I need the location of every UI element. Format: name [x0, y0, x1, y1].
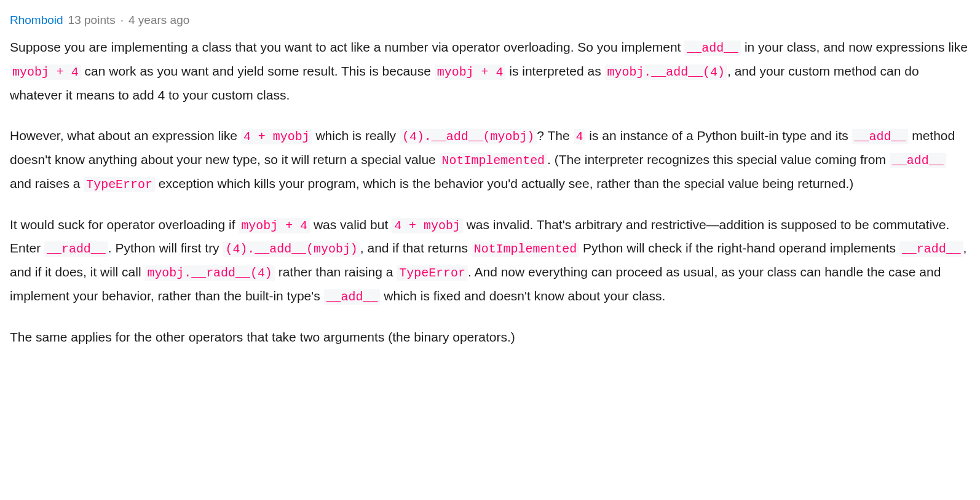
inline-code: __add__: [324, 289, 381, 305]
timestamp-label: 4 years ago: [128, 10, 189, 31]
paragraph-4: The same applies for the other operators…: [10, 326, 970, 349]
text: . (The interpreter recognizes this speci…: [547, 152, 890, 166]
text: is an instance of a Python built-in type…: [585, 128, 852, 143]
inline-code: TypeError: [397, 265, 468, 281]
text: and raises a: [10, 176, 84, 190]
paragraph-1: Suppose you are implementing a class tha…: [10, 36, 970, 107]
inline-code: myobj.__radd__(4): [144, 265, 274, 281]
paragraph-2: However, what about an expression like 4…: [10, 124, 970, 196]
inline-code: myobj + 4: [435, 64, 506, 80]
inline-code: 4: [574, 129, 586, 144]
inline-code: (4).__add__(myobj): [223, 241, 360, 257]
inline-code: (4).__add__(myobj): [400, 129, 537, 144]
text: Python will check if the right-hand oper…: [579, 241, 899, 255]
comment-header: Rhomboid 13 points · 4 years ago: [10, 10, 970, 31]
username-link[interactable]: Rhomboid: [10, 10, 63, 31]
text: in your class, and now expressions like: [741, 40, 968, 54]
inline-code: myobj.__add__(4): [605, 64, 727, 80]
text: is interpreted as: [505, 64, 604, 78]
inline-code: 4 + myobj: [392, 218, 463, 233]
inline-code: myobj + 4: [239, 218, 310, 233]
text: which is really: [312, 128, 400, 143]
inline-code: 4 + myobj: [241, 129, 312, 144]
text: , and if that returns: [360, 241, 472, 255]
text: was valid but: [310, 217, 392, 232]
text: However, what about an expression like: [10, 128, 241, 143]
inline-code: __radd__: [899, 241, 963, 257]
text: rather than raising a: [275, 265, 397, 279]
inline-code: __radd__: [44, 241, 108, 257]
inline-code: __add__: [684, 41, 741, 56]
inline-code: NotImplemented: [440, 153, 548, 168]
text: Suppose you are implementing a class tha…: [10, 40, 684, 54]
points-label: 13 points: [68, 10, 116, 31]
text: ? The: [537, 128, 573, 143]
text: . Python will first try: [108, 241, 223, 255]
text: It would suck for operator overloading i…: [10, 217, 239, 232]
text: which is fixed and doesn't know about yo…: [380, 289, 665, 303]
text: exception which kills your program, whic…: [155, 176, 853, 190]
inline-code: TypeError: [84, 177, 155, 192]
paragraph-3: It would suck for operator overloading i…: [10, 213, 970, 309]
inline-code: __add__: [852, 129, 909, 144]
inline-code: __add__: [890, 153, 946, 168]
inline-code: myobj + 4: [10, 64, 81, 80]
inline-code: NotImplemented: [472, 241, 580, 257]
comment-body: Suppose you are implementing a class tha…: [10, 36, 970, 349]
text: can work as you want and yield some resu…: [81, 64, 435, 78]
text: The same applies for the other operators…: [10, 330, 515, 344]
meta-separator: ·: [121, 10, 124, 31]
comment-container: Rhomboid 13 points · 4 years ago Suppose…: [10, 10, 970, 349]
